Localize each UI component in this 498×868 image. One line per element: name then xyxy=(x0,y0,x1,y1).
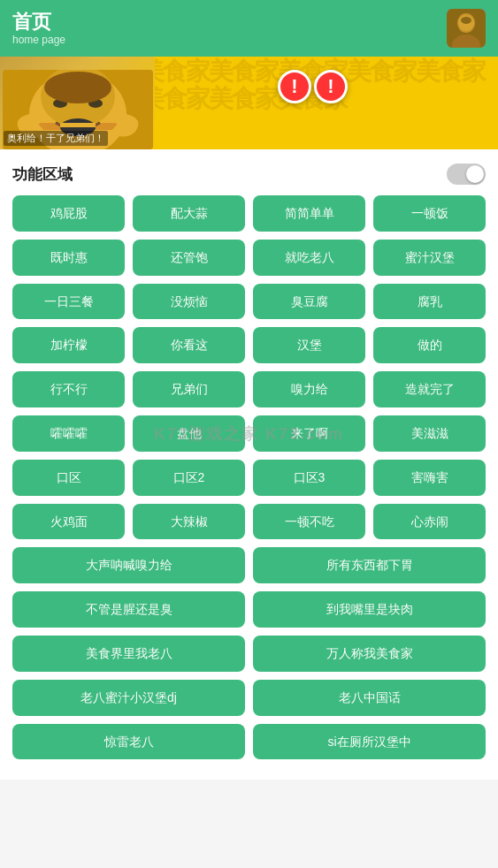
btn-jishihui[interactable]: 既时惠 xyxy=(12,240,125,276)
btn-xingbuxing[interactable]: 行不行 xyxy=(12,371,125,407)
banner-caption: 奥利给！干了兄弟们！ xyxy=(4,131,108,146)
main-content: 功能区域 鸡屁股 配大蒜 简简单单 一顿饭 既时惠 还管饱 就吃老八 蜜汁汉堡 … xyxy=(0,149,498,780)
btn-choudoufu[interactable]: 臭豆腐 xyxy=(253,284,365,320)
btn-dasheng[interactable]: 大声呐喊嗅力给 xyxy=(12,547,245,583)
btn-yirisancan[interactable]: 一日三餐 xyxy=(12,284,125,320)
btn-dalajiao[interactable]: 大辣椒 xyxy=(133,504,245,540)
btn-lailea[interactable]: 来了啊 xyxy=(253,415,365,452)
btn-zaojiu[interactable]: 造就完了 xyxy=(373,371,486,407)
btn-nikanzhе[interactable]: 你看这 xyxy=(133,327,245,363)
btn-yidunfan[interactable]: 一顿饭 xyxy=(373,195,486,232)
btn-kouqu2[interactable]: 口区2 xyxy=(133,460,245,496)
banner: 美食家美食家美食家美食家美食家美食家美食家美食家美食家美食家美食家美食家 奥利给… xyxy=(0,57,498,149)
btn-huohuohuo[interactable]: 嚯嚯嚯 xyxy=(12,415,125,452)
button-row-4: 加柠檬 你看这 汉堡 做的 xyxy=(12,327,486,363)
btn-daowo[interactable]: 到我嘴里是块肉 xyxy=(253,591,486,628)
btn-wanren[interactable]: 万人称我美食家 xyxy=(253,636,486,672)
btn-laoba-zhongguohua[interactable]: 老八中国话 xyxy=(253,680,486,716)
button-row-2: 既时惠 还管饱 就吃老八 蜜汁汉堡 xyxy=(12,240,486,276)
btn-xiulige[interactable]: 嗅力给 xyxy=(253,371,365,407)
btn-meishijie[interactable]: 美食界里我老八 xyxy=(12,636,245,672)
banner-face: 奥利给！干了兄弟们！ xyxy=(0,57,155,149)
section-title: 功能区域 xyxy=(12,164,73,185)
bang-mark-1: ! xyxy=(278,70,311,103)
btn-jianjian[interactable]: 简简单单 xyxy=(253,195,365,232)
avatar[interactable] xyxy=(447,9,486,48)
exclamation-marks: ! ! xyxy=(278,70,348,103)
btn-xinchilao[interactable]: 心赤闹 xyxy=(373,504,486,540)
bang-mark-2: ! xyxy=(314,70,348,103)
button-row-1: 鸡屁股 配大蒜 简简单单 一顿饭 xyxy=(12,195,486,232)
section-header: 功能区域 xyxy=(12,149,486,195)
function-toggle[interactable] xyxy=(447,164,486,185)
btn-panta[interactable]: 盘他 xyxy=(133,415,245,452)
btn-yidunbuchi[interactable]: 一顿不吃 xyxy=(253,504,365,540)
button-row-12: 老八蜜汁小汉堡dj 老八中国话 xyxy=(12,680,486,716)
btn-zuode[interactable]: 做的 xyxy=(373,327,486,363)
btn-jiajinmeng[interactable]: 加柠檬 xyxy=(12,327,125,363)
header-left: 首页 home page xyxy=(12,11,65,46)
btn-meifannao[interactable]: 没烦恼 xyxy=(133,284,245,320)
btn-peidasuan[interactable]: 配大蒜 xyxy=(133,195,245,232)
button-row-3: 一日三餐 没烦恼 臭豆腐 腐乳 xyxy=(12,284,486,320)
btn-xiongdimen[interactable]: 兄弟们 xyxy=(133,371,245,407)
button-row-5: 行不行 兄弟们 嗅力给 造就完了 xyxy=(12,371,486,407)
btn-suoyou[interactable]: 所有东西都下胃 xyxy=(253,547,486,583)
btn-haihaihаi[interactable]: 害嗨害 xyxy=(373,460,486,496)
btn-mizhihanbao[interactable]: 蜜汁汉堡 xyxy=(373,240,486,276)
btn-huojimian[interactable]: 火鸡面 xyxy=(12,504,125,540)
btn-hanbao[interactable]: 汉堡 xyxy=(253,327,365,363)
header-title: 首页 xyxy=(12,11,65,34)
button-row-11: 美食界里我老八 万人称我美食家 xyxy=(12,636,486,672)
btn-jinglei[interactable]: 惊雷老八 xyxy=(12,724,245,760)
header: 首页 home page xyxy=(0,0,498,57)
button-row-6: 嚯嚯嚯 盘他 来了啊 美滋滋 xyxy=(12,415,486,452)
header-subtitle: home page xyxy=(12,34,65,46)
svg-point-11 xyxy=(44,72,111,103)
btn-jipigo[interactable]: 鸡屁股 xyxy=(12,195,125,232)
btn-jiuchilaoба[interactable]: 就吃老八 xyxy=(253,240,365,276)
btn-kouqu3[interactable]: 口区3 xyxy=(253,460,365,496)
button-row-10: 不管是腥还是臭 到我嘴里是块肉 xyxy=(12,591,486,628)
button-row-13: 惊雷老八 si在厕所汉堡中 xyxy=(12,724,486,760)
svg-rect-13 xyxy=(60,123,96,127)
btn-meizizi[interactable]: 美滋滋 xyxy=(373,415,486,452)
btn-buguan[interactable]: 不管是腥还是臭 xyxy=(12,591,245,628)
btn-laoba-dj[interactable]: 老八蜜汁小汉堡dj xyxy=(12,680,245,716)
btn-kouqu1[interactable]: 口区 xyxy=(12,460,125,496)
button-row-8: 火鸡面 大辣椒 一顿不吃 心赤闹 xyxy=(12,504,486,540)
button-row-7: 口区 口区2 口区3 害嗨害 xyxy=(12,460,486,496)
btn-haiguanbao[interactable]: 还管饱 xyxy=(133,240,245,276)
button-row-9: 大声呐喊嗅力给 所有东西都下胃 xyxy=(12,547,486,583)
svg-point-4 xyxy=(461,17,471,24)
btn-furu[interactable]: 腐乳 xyxy=(373,284,486,320)
btn-si-cesuo[interactable]: si在厕所汉堡中 xyxy=(253,724,486,760)
